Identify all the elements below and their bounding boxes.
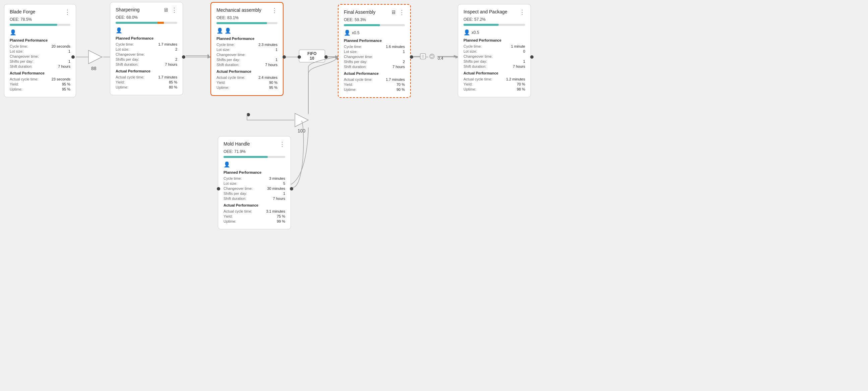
ip-lot-size: 0 xyxy=(523,49,525,53)
mech-assembly-planned-label: Planned Performance xyxy=(217,36,278,40)
final-assembly-card: Final Assembly 🖥 ⋮ OEE: 59.3% 👤 x0.5 Pla… xyxy=(338,4,411,98)
uptime-label: Uptime: xyxy=(10,87,23,91)
inspect-menu[interactable]: ⋮ xyxy=(519,9,525,15)
blade-forge-planned-label: Planned Performance xyxy=(10,38,70,42)
blade-forge-progress-fill xyxy=(10,24,57,26)
mech-cycle-time: 2.3 minutes xyxy=(258,42,278,47)
inspect-oee: OEE: 57.2% xyxy=(464,17,486,22)
fa-shifts: 2 xyxy=(403,60,405,64)
sharpening-yield: 85 % xyxy=(169,80,177,84)
sharpening-oee: OEE: 68.0% xyxy=(116,15,138,20)
mold-handle-progress xyxy=(223,156,285,158)
person-icon-4: 👤 xyxy=(224,28,231,34)
triangle-connector-2 xyxy=(294,113,309,128)
sharpening-actual-cycle: 1.7 minutes xyxy=(158,75,177,79)
sharpening-teal xyxy=(116,22,157,24)
mold-handle-menu[interactable]: ⋮ xyxy=(279,141,285,147)
mech-assembly-fill xyxy=(217,22,267,24)
mechanical-assembly-card: Mechanical assembly ⋮ OEE: 83.1% 👤 👤 Pla… xyxy=(211,2,283,96)
person-icon: 👤 xyxy=(10,29,17,35)
mech-bottom-dot xyxy=(247,113,250,116)
mh-actual-cycle: 3.1 minutes xyxy=(266,209,285,213)
mech-assembly-title: Mechanical assembly xyxy=(217,7,261,13)
final-assembly-workers: 👤 x0.5 xyxy=(344,30,405,36)
blade-forge-right-dot xyxy=(71,55,75,59)
blade-forge-lot-size: 1 xyxy=(68,49,70,53)
ip-shifts: 1 xyxy=(523,59,525,63)
mold-handle-planned-label: Planned Performance xyxy=(223,170,285,174)
mh-shifts: 1 xyxy=(283,191,285,196)
ip-shift-duration: 7 hours xyxy=(513,64,525,68)
blade-forge-card: Blade Forge ⋮ OEE: 78.5% 👤 Planned Perfo… xyxy=(4,4,76,97)
sharpening-right-dot xyxy=(182,55,185,59)
final-assembly-planned-label: Planned Performance xyxy=(344,38,405,42)
person-icon-7: 👤 xyxy=(223,161,230,168)
inspect-title: Inspect and Package xyxy=(464,9,507,14)
fifo-box: FIFO 10 xyxy=(299,50,325,62)
mh-cycle-time: 3 minutes xyxy=(269,176,285,180)
mold-handle-workers: 👤 xyxy=(223,161,285,168)
inspect-planned-label: Planned Performance xyxy=(464,38,525,42)
mold-handle-oee: OEE: 71.9% xyxy=(223,149,246,154)
blade-forge-shifts: 1 xyxy=(68,59,70,63)
ip-uptime: 98 % xyxy=(517,87,525,91)
inspect-fill xyxy=(464,24,499,26)
yield-label: Yield: xyxy=(10,82,19,86)
final-assembly-oee: OEE: 59.3% xyxy=(344,18,366,22)
svg-text:0.4: 0.4 xyxy=(438,56,443,60)
fifo-left-dot xyxy=(298,55,301,59)
mech-yield: 90 % xyxy=(269,81,278,85)
ip-actual-cycle: 1.2 minutes xyxy=(506,77,525,81)
mold-handle-title: Mold Handle xyxy=(223,141,250,147)
mech-right-dot xyxy=(282,55,286,59)
final-assembly-title: Final Assembly xyxy=(344,9,375,15)
mech-shifts: 1 xyxy=(276,58,278,62)
mold-handle-card: Mold Handle ⋮ OEE: 71.9% 👤 Planned Perfo… xyxy=(218,136,291,229)
mech-assembly-workers: 👤 👤 xyxy=(217,28,278,34)
shifts-label: Shifts per day: xyxy=(10,59,33,63)
inspect-workers: 👤 x0.5 xyxy=(464,29,525,35)
sh-to-ma-arrow xyxy=(186,55,209,57)
ip-yield: 70 % xyxy=(517,82,525,86)
blade-forge-title: Blade Forge xyxy=(10,9,35,14)
inspect-right-dot xyxy=(530,55,533,59)
fa-to-ip-connector: 0.4 xyxy=(413,52,457,60)
mold-handle-right-dot xyxy=(290,187,293,190)
ip-cycle-time: 1 minute xyxy=(511,44,525,48)
mh-changeover: 30 minutes xyxy=(267,186,285,190)
blade-forge-actual-cycle: 23 seconds xyxy=(52,77,70,81)
sharpening-lot-size: 2 xyxy=(175,47,177,51)
sharpening-actual-label: Actual Performance xyxy=(116,69,177,73)
blade-forge-yield: 95 % xyxy=(62,82,70,86)
monitor-icon: 🖥 xyxy=(163,7,168,13)
fa-cycle-time: 1.6 minutes xyxy=(386,44,405,49)
fifo-label: FIFO xyxy=(302,51,322,56)
fa-uptime: 90 % xyxy=(397,88,405,92)
sharpening-cycle-time: 1.7 minutes xyxy=(158,42,177,46)
person-icon-5: 👤 xyxy=(344,30,350,36)
fa-shift-duration: 7 hours xyxy=(393,65,405,69)
mold-handle-left-dot xyxy=(217,187,220,190)
mh-yield: 75 % xyxy=(277,214,285,218)
changeover-label: Changeover time: xyxy=(10,54,39,58)
lot-size-label: Lot size: xyxy=(10,49,24,53)
connector-icons-svg: 0.4 xyxy=(413,52,457,60)
mech-uptime: 95 % xyxy=(269,86,278,90)
sharpening-menu[interactable]: ⋮ xyxy=(171,7,177,13)
person-icon-3: 👤 xyxy=(217,28,223,34)
fa-right-dot xyxy=(410,55,413,59)
mech-assembly-menu[interactable]: ⋮ xyxy=(272,7,278,13)
svg-marker-7 xyxy=(89,50,102,64)
blade-forge-menu[interactable]: ⋮ xyxy=(64,9,70,15)
blade-forge-uptime: 95 % xyxy=(62,87,70,91)
final-assembly-menu[interactable]: ⋮ xyxy=(399,9,405,16)
ip-actual-label: Actual Performance xyxy=(464,71,525,75)
final-assembly-progress xyxy=(344,24,405,26)
mech-shift-duration: 7 hours xyxy=(265,63,278,67)
blade-forge-oee: OEE: 78.5% xyxy=(10,17,32,22)
sharpening-shifts: 2 xyxy=(175,57,177,61)
sharpening-shift-duration: 7 hours xyxy=(165,62,177,66)
sharpening-empty xyxy=(164,22,177,24)
triangle2-label: 100 xyxy=(298,128,305,133)
mech-assembly-progress xyxy=(217,22,278,24)
